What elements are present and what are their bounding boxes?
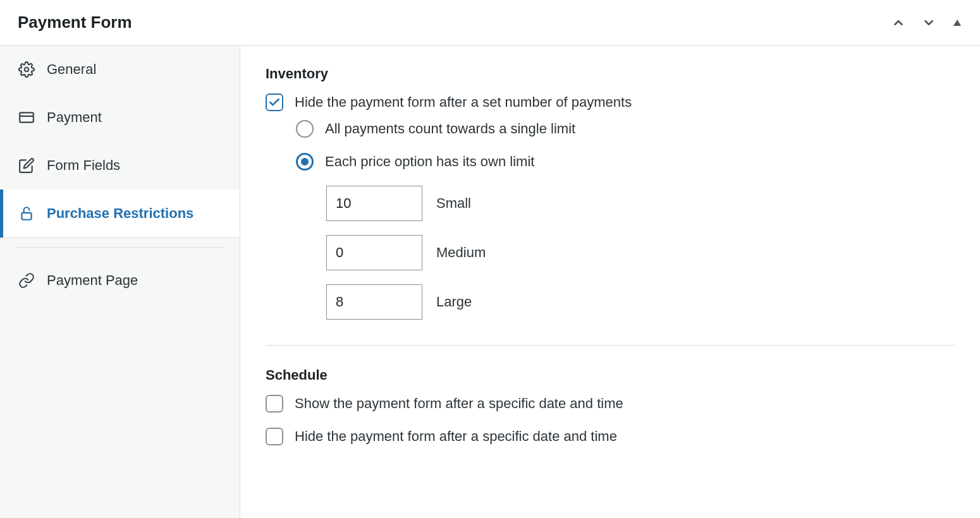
sidebar-divider	[15, 247, 224, 248]
gear-icon	[18, 61, 35, 78]
limit-row-large: Large	[266, 284, 955, 320]
svg-marker-0	[953, 20, 961, 26]
payment-form-panel: Payment Form General	[0, 0, 980, 518]
sidebar-item-label: General	[47, 61, 96, 78]
sidebar-item-label: Payment	[47, 109, 102, 126]
schedule-hide-row: Hide the payment form after a specific d…	[266, 428, 955, 445]
section-divider	[266, 345, 955, 346]
svg-point-1	[25, 68, 29, 72]
radio-row-each: Each price option has its own limit	[266, 153, 955, 171]
panel-title: Payment Form	[18, 13, 132, 32]
radio-each-label: Each price option has its own limit	[325, 154, 534, 170]
inventory-section-title: Inventory	[266, 66, 955, 82]
sidebar: General Payment Form Fields	[0, 45, 240, 518]
triangle-up-icon[interactable]	[952, 18, 962, 28]
content-area: Inventory Hide the payment form after a …	[240, 45, 980, 518]
limit-input-medium[interactable]	[326, 235, 422, 270]
sidebar-item-label: Payment Page	[47, 272, 138, 289]
chevron-down-icon[interactable]	[922, 16, 936, 30]
lock-icon	[18, 205, 35, 222]
card-icon	[18, 109, 35, 126]
limit-input-small[interactable]	[326, 186, 422, 221]
radio-each-option[interactable]	[296, 153, 314, 171]
radio-all-payments[interactable]	[296, 120, 314, 138]
panel-body: General Payment Form Fields	[0, 45, 980, 518]
svg-rect-4	[21, 213, 31, 220]
limit-label-medium: Medium	[436, 244, 486, 261]
sidebar-item-label: Form Fields	[47, 157, 120, 174]
sidebar-group-main: General Payment Form Fields	[0, 45, 240, 238]
schedule-section-title: Schedule	[266, 367, 955, 383]
link-icon	[18, 272, 35, 289]
limit-row-small: Small	[266, 186, 955, 221]
schedule-show-label: Show the payment form after a specific d…	[295, 395, 623, 412]
limit-input-large[interactable]	[326, 284, 422, 320]
radio-row-all: All payments count towards a single limi…	[266, 120, 955, 138]
limit-label-large: Large	[436, 294, 472, 310]
hide-after-payments-row: Hide the payment form after a set number…	[266, 93, 955, 111]
sidebar-item-form-fields[interactable]: Form Fields	[0, 142, 240, 190]
sidebar-item-payment-page[interactable]: Payment Page	[0, 256, 240, 304]
sidebar-item-general[interactable]: General	[0, 45, 240, 93]
hide-after-payments-label: Hide the payment form after a set number…	[295, 94, 632, 111]
edit-icon	[18, 157, 35, 174]
hide-after-payments-checkbox[interactable]	[266, 93, 283, 111]
limit-mode-radios: All payments count towards a single limi…	[266, 120, 955, 171]
limit-row-medium: Medium	[266, 235, 955, 270]
chevron-up-icon[interactable]	[891, 16, 905, 30]
schedule-hide-label: Hide the payment form after a specific d…	[295, 428, 617, 445]
schedule-show-checkbox[interactable]	[266, 395, 283, 413]
sidebar-item-purchase-restrictions[interactable]: Purchase Restrictions	[0, 190, 240, 238]
sidebar-item-label: Purchase Restrictions	[47, 205, 193, 222]
panel-controls	[891, 16, 962, 30]
schedule-show-row: Show the payment form after a specific d…	[266, 395, 955, 413]
limit-label-small: Small	[436, 195, 471, 212]
svg-rect-2	[20, 112, 34, 122]
schedule-hide-checkbox[interactable]	[266, 428, 283, 445]
panel-header: Payment Form	[0, 0, 980, 45]
sidebar-item-payment[interactable]: Payment	[0, 93, 240, 142]
radio-all-label: All payments count towards a single limi…	[325, 121, 575, 137]
